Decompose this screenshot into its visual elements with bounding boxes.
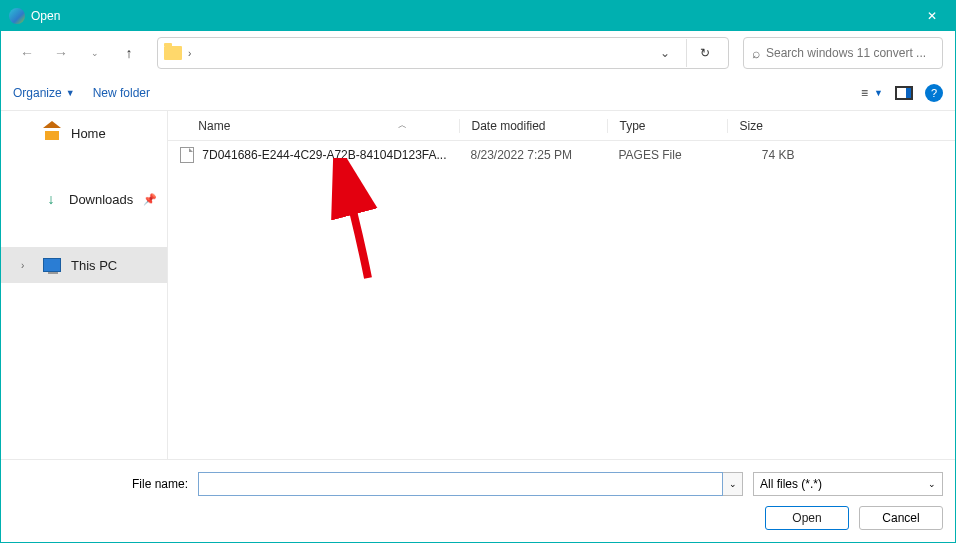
pin-icon: 📌 (143, 193, 157, 206)
address-dropdown[interactable]: ⌄ (654, 46, 676, 60)
file-type: PAGES File (607, 148, 727, 162)
folder-icon (164, 46, 182, 60)
file-size: 74 KB (727, 148, 807, 162)
forward-button[interactable]: → (47, 39, 75, 67)
column-type[interactable]: Type (607, 119, 727, 133)
file-type-filter[interactable]: All files (*.*) ⌄ (753, 472, 943, 496)
toolbar: Organize ▼ New folder ≡ ▼ ? (1, 75, 955, 111)
close-icon (927, 9, 937, 23)
address-bar[interactable]: › ⌄ ↻ (157, 37, 729, 69)
chevron-down-icon: ⌄ (928, 479, 936, 489)
preview-pane-button[interactable] (895, 86, 913, 100)
back-button[interactable]: ← (13, 39, 41, 67)
file-name: 7D041686-E244-4C29-A72B-84104D123FA... (202, 148, 458, 162)
file-listing: Name ︿ Date modified Type Size 7D041686-… (168, 111, 955, 459)
expand-icon[interactable]: › (21, 260, 33, 271)
window-title: Open (31, 9, 909, 23)
list-icon: ≡ (861, 86, 868, 100)
nav-bar: ← → ⌄ ↑ › ⌄ ↻ (1, 31, 955, 75)
column-name-label: Name (198, 119, 230, 133)
sidebar-item-label: Home (71, 126, 106, 141)
column-name[interactable]: Name ︿ (168, 119, 458, 133)
file-icon (180, 147, 194, 163)
search-box[interactable] (743, 37, 943, 69)
filename-dropdown[interactable]: ⌄ (723, 472, 743, 496)
organize-label: Organize (13, 86, 62, 100)
download-icon (43, 192, 59, 206)
up-button[interactable]: ↑ (115, 39, 143, 67)
column-size[interactable]: Size (727, 119, 807, 133)
recent-dropdown[interactable]: ⌄ (81, 39, 109, 67)
cancel-button[interactable]: Cancel (859, 506, 943, 530)
search-icon (752, 45, 760, 61)
pc-icon (43, 258, 61, 272)
sidebar-item-label: Downloads (69, 192, 133, 207)
sort-indicator: ︿ (398, 119, 407, 132)
footer: File name: ⌄ All files (*.*) ⌄ Open Canc… (1, 459, 955, 542)
chevron-down-icon: ▼ (874, 88, 883, 98)
home-icon (43, 126, 61, 140)
sidebar: Home Downloads 📌 › This PC (1, 111, 168, 459)
breadcrumb-caret[interactable]: › (188, 48, 191, 59)
sidebar-item-home[interactable]: Home (1, 115, 167, 151)
new-folder-label: New folder (93, 86, 150, 100)
sidebar-item-label: This PC (71, 258, 117, 273)
organize-menu[interactable]: Organize ▼ (13, 86, 75, 100)
sidebar-item-downloads[interactable]: Downloads 📌 (1, 181, 167, 217)
filter-label: All files (*.*) (760, 477, 822, 491)
column-date[interactable]: Date modified (459, 119, 607, 133)
filename-input[interactable] (198, 472, 723, 496)
file-row[interactable]: 7D041686-E244-4C29-A72B-84104D123FA... 8… (168, 141, 955, 169)
edge-icon (9, 8, 25, 24)
new-folder-button[interactable]: New folder (93, 86, 150, 100)
search-input[interactable] (766, 46, 934, 60)
refresh-button[interactable]: ↻ (686, 39, 722, 67)
column-headers: Name ︿ Date modified Type Size (168, 111, 955, 141)
help-button[interactable]: ? (925, 84, 943, 102)
close-button[interactable] (909, 1, 955, 31)
view-options-button[interactable]: ≡ ▼ (861, 86, 883, 100)
file-date: 8/23/2022 7:25 PM (459, 148, 607, 162)
chevron-down-icon: ▼ (66, 88, 75, 98)
filename-label: File name: (13, 477, 188, 491)
open-button[interactable]: Open (765, 506, 849, 530)
sidebar-item-this-pc[interactable]: › This PC (1, 247, 167, 283)
titlebar[interactable]: Open (1, 1, 955, 31)
